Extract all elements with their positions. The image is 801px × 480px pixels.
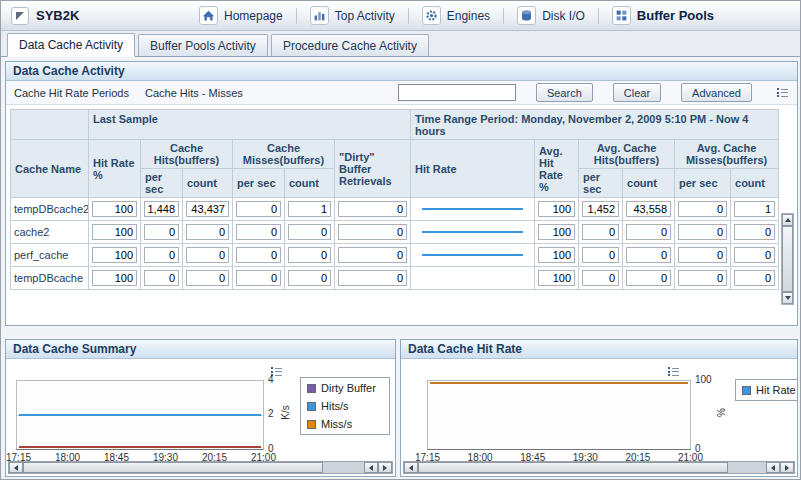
cache-name-cell[interactable]: tempDBcache2 <box>11 198 89 221</box>
value-box: 0 <box>582 224 619 240</box>
chart-horizontal-scrollbar[interactable] <box>8 461 393 474</box>
table-vertical-scrollbar[interactable] <box>781 213 794 305</box>
value-cell: 0 <box>675 221 731 244</box>
page-right-button[interactable] <box>780 462 794 473</box>
value-cell: 0 <box>233 221 285 244</box>
table-row: tempDBcache2 100 1,448 43,437 0 1 0 100 … <box>11 198 779 221</box>
value-cell: 100 <box>89 244 141 267</box>
scroll-up-button[interactable] <box>782 214 793 226</box>
tab-strip: Data Cache Activity Buffer Pools Activit… <box>1 31 800 57</box>
table-options-icon[interactable] <box>776 86 789 99</box>
value-box: 0 <box>144 270 179 286</box>
legend-item: Miss/s <box>307 418 383 430</box>
value-box: 100 <box>92 224 137 240</box>
value-cell: 0 <box>285 221 335 244</box>
search-input[interactable] <box>398 84 516 101</box>
nav-item-disk-io[interactable]: Disk I/O <box>504 1 598 30</box>
cache-hits-misses-link[interactable]: Cache Hits - Misses <box>145 87 243 99</box>
value-box: 100 <box>92 270 137 286</box>
collapse-button[interactable] <box>11 7 29 25</box>
page-left-button[interactable] <box>364 462 378 473</box>
tab-procedure-cache-activity[interactable]: Procedure Cache Activity <box>271 34 429 56</box>
collapse-arrow-icon <box>16 12 24 20</box>
gear-icon <box>422 6 441 25</box>
page-left-button[interactable] <box>766 462 780 473</box>
value-cell: 0 <box>335 267 411 290</box>
scrollbar-track[interactable] <box>728 462 766 473</box>
value-box: 0 <box>582 247 619 263</box>
col-header-avg-cache-hits: Avg. Cache Hits(buffers) <box>579 140 675 169</box>
scrollbar-track[interactable] <box>323 462 364 473</box>
scrollbar-thumb[interactable] <box>418 462 728 473</box>
value-cell: 0 <box>335 221 411 244</box>
y-axis-label: K/s <box>280 405 291 419</box>
scrollbar-thumb[interactable] <box>23 462 323 473</box>
value-cell: 100 <box>535 221 579 244</box>
chart-horizontal-scrollbar[interactable] <box>403 461 795 474</box>
value-cell: 0 <box>141 267 183 290</box>
page-left-icon <box>771 465 775 471</box>
clear-button[interactable]: Clear <box>613 83 661 102</box>
sub-header-per-sec: per sec <box>675 169 731 198</box>
sub-header-per-sec: per sec <box>233 169 285 198</box>
advanced-button[interactable]: Advanced <box>681 83 752 102</box>
value-box: 100 <box>538 247 575 263</box>
sparkline-cell <box>411 244 535 267</box>
top-header-bar: SYB2K Homepage Top Activity En <box>1 1 800 31</box>
scroll-left-button[interactable] <box>404 462 418 473</box>
sparkline-cell <box>411 267 535 290</box>
value-box: 0 <box>678 201 727 217</box>
hit-rate-average-line <box>430 382 688 384</box>
value-box: 0 <box>338 224 407 240</box>
nav-label: Top Activity <box>335 9 395 23</box>
page-right-button[interactable] <box>378 462 392 473</box>
scroll-left-button[interactable] <box>9 462 23 473</box>
value-cell: 43,558 <box>623 198 675 221</box>
y-tick-label: 4 <box>268 374 274 385</box>
sub-header-per-sec: per sec <box>141 169 183 198</box>
cache-name-cell[interactable]: perf_cache <box>11 244 89 267</box>
value-box: 0 <box>678 247 727 263</box>
chart-menu-icon[interactable] <box>667 365 680 378</box>
nav-item-top-activity[interactable]: Top Activity <box>297 1 408 30</box>
cache-name-cell[interactable]: tempDBcache <box>11 267 89 290</box>
scrollbar-thumb[interactable] <box>782 226 793 292</box>
sparkline-cell <box>411 221 535 244</box>
value-cell: 0 <box>285 267 335 290</box>
summary-chart: 4 2 0 K/s Dirty Buffer Hits/s Miss/s <box>6 359 395 476</box>
group-header-last-sample: Last Sample <box>89 110 411 140</box>
data-cache-hit-rate-panel: Data Cache Hit Rate 100 0 % Hit Rate Av … <box>400 339 798 477</box>
tab-buffer-pools-activity[interactable]: Buffer Pools Activity <box>138 34 268 56</box>
scroll-down-icon <box>785 296 791 300</box>
cache-name-cell[interactable]: cache2 <box>11 221 89 244</box>
value-cell: 0 <box>623 267 675 290</box>
value-cell: 0 <box>579 221 623 244</box>
y-tick-label: 100 <box>695 374 712 385</box>
tab-data-cache-activity[interactable]: Data Cache Activity <box>7 33 135 57</box>
search-button[interactable]: Search <box>536 83 593 102</box>
nav-item-engines[interactable]: Engines <box>409 1 503 30</box>
table-row: tempDBcache 100 0 0 0 0 0 100 0 0 0 0 <box>11 267 779 290</box>
scroll-down-button[interactable] <box>782 292 793 304</box>
value-cell: 0 <box>579 244 623 267</box>
column-header-row: Cache Name Hit Rate % Cache Hits(buffers… <box>11 140 779 169</box>
value-cell: 100 <box>535 267 579 290</box>
chart-legend: Hit Rate Av <box>735 379 798 401</box>
legend-item: Hits/s <box>307 400 383 412</box>
value-cell: 1 <box>285 198 335 221</box>
cache-hit-rate-periods-link[interactable]: Cache Hit Rate Periods <box>14 87 129 99</box>
app-title: SYB2K <box>36 8 79 23</box>
scroll-left-icon <box>409 465 413 471</box>
legend-label: Hit Rate Av <box>756 384 798 396</box>
nav-item-buffer-pools[interactable]: Buffer Pools <box>599 1 727 30</box>
nav-item-homepage[interactable]: Homepage <box>186 1 296 30</box>
col-header-avg-cache-misses: Avg. Cache Misses(buffers) <box>675 140 779 169</box>
value-box: 100 <box>538 270 575 286</box>
hit-rate-sparkline <box>422 254 523 256</box>
col-header-hit-rate-trend: Hit Rate <box>411 140 535 198</box>
y-axis-label: % <box>716 408 727 417</box>
group-header-row: Last Sample Time Range Period: Monday, N… <box>11 110 779 140</box>
col-header-dirty-buffer-retrievals: "Dirty" Buffer Retrievals <box>335 140 411 198</box>
buffer-pools-icon <box>612 6 631 25</box>
legend-label: Hits/s <box>321 400 349 412</box>
